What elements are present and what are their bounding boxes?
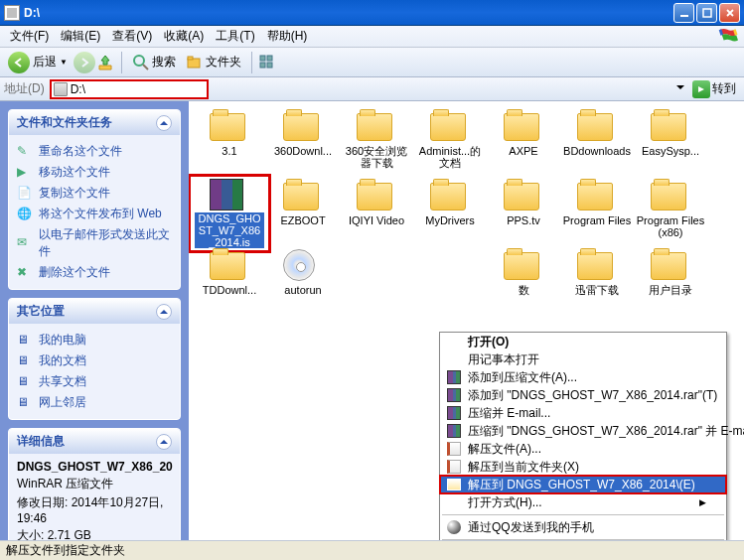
search-button[interactable]: 搜索 — [128, 53, 180, 72]
svg-rect-1 — [703, 9, 711, 17]
close-button[interactable] — [719, 3, 740, 23]
file-item[interactable]: autorun — [266, 248, 340, 318]
folder-item[interactable]: 360安全浏览器下载 — [340, 109, 413, 179]
menu-edit[interactable]: 编辑(E) — [55, 26, 106, 47]
sidebar: 文件和文件夹任务 ✎重命名这个文件▶移动这个文件📄复制这个文件🌐将这个文件发布到… — [0, 101, 189, 540]
forward-button[interactable] — [74, 52, 95, 73]
details-type: WinRAR 压缩文件 — [17, 476, 172, 492]
folder-item[interactable]: IQIYI Video — [340, 179, 413, 248]
task-item[interactable]: 🌐将这个文件发布到 Web — [17, 204, 172, 224]
svg-rect-6 — [267, 56, 272, 61]
rar-icon — [447, 406, 461, 420]
back-label: 后退 — [33, 54, 57, 70]
collapse-icon[interactable] — [156, 115, 172, 131]
folder-item[interactable]: EasySysp... — [634, 109, 707, 179]
views-button[interactable] — [258, 54, 276, 71]
folder-item[interactable]: 用户目录 — [634, 248, 707, 318]
folder-item[interactable]: 3.1 — [193, 109, 266, 179]
place-item[interactable]: 🖥我的电脑 — [17, 330, 172, 350]
task-item[interactable]: ✉以电子邮件形式发送此文件 — [17, 224, 172, 262]
extract-icon — [447, 442, 461, 456]
context-menu-item[interactable]: 解压到 DNGS_GHOST_W7_X86_2014\(E) — [440, 476, 726, 493]
context-menu-item[interactable]: 添加到压缩文件(A)... — [440, 368, 726, 386]
task-item[interactable]: ✎重命名这个文件 — [17, 141, 172, 162]
address-field[interactable]: D:\ — [51, 80, 208, 98]
address-label: 地址(D) — [4, 80, 45, 97]
menu-favorites[interactable]: 收藏(A) — [158, 26, 210, 47]
context-menu-item[interactable]: 用记事本打开 — [440, 350, 726, 368]
drive-icon — [4, 5, 20, 21]
folder-icon — [210, 248, 249, 282]
context-menu-item[interactable]: 打开方式(H)...▶ — [440, 493, 726, 511]
collapse-icon[interactable] — [156, 304, 172, 320]
details-title: 详细信息 — [17, 433, 65, 450]
folder-icon — [504, 248, 543, 282]
place-item[interactable]: 🖥我的文档 — [17, 350, 172, 371]
folder-item[interactable]: 360Downl... — [266, 109, 340, 179]
file-item[interactable]: DNGS_GHOST_W7_X86_2014.is — [193, 179, 266, 248]
drive-icon — [54, 82, 68, 96]
menu-file[interactable]: 文件(F) — [4, 26, 55, 47]
folder-item[interactable]: Program Files (x86) — [634, 179, 707, 248]
folder-item[interactable]: BDdownloads — [560, 109, 634, 179]
go-button[interactable]: 转到 — [688, 79, 740, 99]
folder-item[interactable]: 迅雷下载 — [560, 248, 634, 318]
folders-button[interactable]: 文件夹 — [182, 53, 245, 72]
svg-rect-8 — [267, 63, 272, 68]
window-title: D:\ — [24, 6, 673, 20]
context-menu-item[interactable]: 压缩到 "DNGS_GHOST_W7_X86_2014.rar" 并 E-mai… — [440, 422, 726, 440]
context-menu-item[interactable]: 打开(O) — [440, 333, 726, 350]
up-button[interactable] — [97, 54, 115, 71]
task-icon: ✉ — [17, 235, 33, 251]
context-menu-item[interactable]: 压缩并 E-mail... — [440, 404, 726, 422]
place-icon: 🖥 — [17, 333, 33, 349]
collapse-icon[interactable] — [156, 434, 172, 450]
address-dropdown[interactable] — [676, 81, 684, 96]
task-item[interactable]: ▶移动这个文件 — [17, 162, 172, 183]
menu-view[interactable]: 查看(V) — [106, 26, 158, 47]
svg-rect-4 — [188, 57, 193, 60]
folder-item[interactable]: 数 — [487, 248, 560, 318]
context-menu-item[interactable]: 通过QQ发送到我的手机 — [440, 518, 726, 536]
minimize-button[interactable] — [673, 3, 694, 23]
search-icon — [132, 54, 150, 71]
file-pane[interactable]: 3.1360Downl...360安全浏览器下载Administ...的文档AX… — [189, 101, 744, 540]
folder-icon — [283, 179, 323, 212]
folder-item[interactable]: Administ...的文档 — [413, 109, 487, 179]
folder-item[interactable]: TDDownl... — [193, 248, 266, 318]
folder-item[interactable]: MyDrivers — [413, 179, 487, 248]
status-text: 解压文件到指定文件夹 — [6, 542, 125, 559]
qq-icon — [447, 520, 461, 534]
folder-item[interactable]: Program Files — [560, 179, 634, 248]
menu-tools[interactable]: 工具(T) — [210, 26, 260, 47]
folder-item[interactable]: AXPE — [487, 109, 560, 179]
context-menu-item[interactable]: 解压文件(A)... — [440, 440, 726, 458]
windows-flag-icon — [718, 28, 740, 46]
folder-icon — [651, 179, 690, 212]
task-icon: ▶ — [17, 165, 33, 181]
folder-icon — [430, 109, 470, 143]
folder-item[interactable]: PPS.tv — [487, 179, 560, 248]
folder-icon — [357, 179, 396, 212]
menu-help[interactable]: 帮助(H) — [261, 26, 314, 47]
place-icon: 🖥 — [17, 374, 33, 390]
maximize-button[interactable] — [696, 3, 717, 23]
task-item[interactable]: ✖删除这个文件 — [17, 262, 172, 283]
place-item[interactable]: 🖥网上邻居 — [17, 392, 172, 413]
folder-item[interactable]: EZBOOT — [266, 179, 340, 248]
svg-rect-5 — [260, 56, 265, 61]
context-menu-item[interactable]: 解压到当前文件夹(X) — [440, 458, 726, 476]
folder-icon — [504, 109, 543, 143]
rar-icon — [447, 388, 461, 402]
place-item[interactable]: 🖥共享文档 — [17, 371, 172, 392]
place-icon: 🖥 — [17, 353, 33, 369]
other-places-panel: 其它位置 🖥我的电脑🖥我的文档🖥共享文档🖥网上邻居 — [8, 298, 181, 420]
task-item[interactable]: 📄复制这个文件 — [17, 183, 172, 204]
folder-icon — [651, 109, 690, 143]
svg-rect-0 — [680, 15, 688, 17]
context-menu-item[interactable]: 添加到 "DNGS_GHOST_W7_X86_2014.rar"(T) — [440, 386, 726, 404]
details-filename: DNGS_GHOST_W7_X86_20 — [17, 460, 172, 474]
back-button[interactable]: 后退 ▼ — [4, 51, 72, 74]
rar-icon — [447, 424, 461, 438]
rar-icon — [210, 179, 249, 210]
